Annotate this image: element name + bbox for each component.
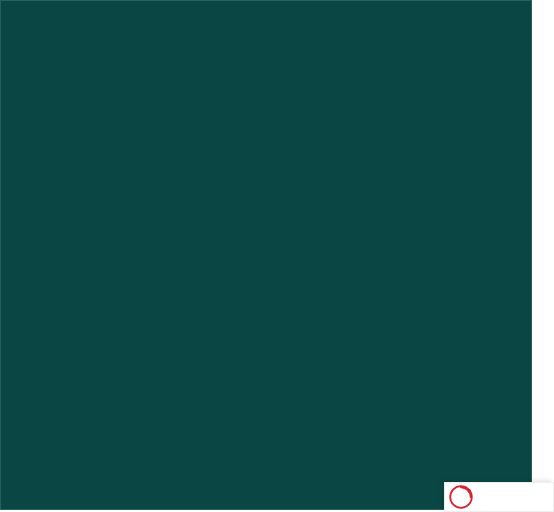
watermark-logo — [444, 482, 554, 512]
svg-point-1 — [468, 489, 472, 493]
logo-icon — [449, 485, 473, 509]
terminal-output — [0, 0, 532, 510]
